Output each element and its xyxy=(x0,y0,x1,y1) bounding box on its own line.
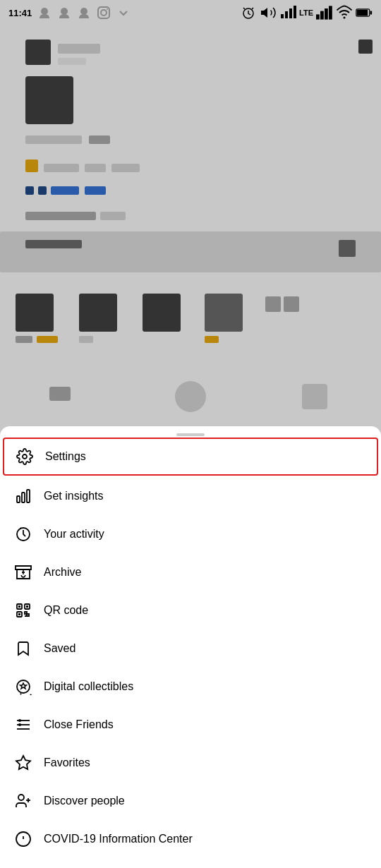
insights-icon xyxy=(14,487,32,505)
blur-block-27 xyxy=(16,336,32,343)
snapchat-icon-2 xyxy=(56,4,73,21)
activity-icon xyxy=(14,525,32,543)
blur-block-32 xyxy=(175,381,206,412)
menu-item-archive[interactable]: Archive xyxy=(0,553,381,591)
blur-block-19 xyxy=(25,240,82,248)
blur-block-30 xyxy=(205,336,219,343)
status-bar-right: LTE xyxy=(240,4,373,21)
blur-block-16 xyxy=(25,212,96,220)
svg-rect-22 xyxy=(27,490,30,502)
close-friends-icon xyxy=(14,716,32,734)
svg-marker-37 xyxy=(16,756,30,769)
svg-rect-18 xyxy=(370,11,373,14)
blur-block-23 xyxy=(143,294,181,332)
blur-block-29 xyxy=(79,336,93,343)
qr-code-label: QR code xyxy=(44,604,88,617)
blur-block-8 xyxy=(25,159,38,172)
chevron-down-icon xyxy=(115,4,132,21)
menu-item-qr-code[interactable]: QR code xyxy=(0,591,381,629)
blur-block-17 xyxy=(100,212,126,220)
menu-item-close-friends[interactable]: Close Friends xyxy=(0,706,381,744)
snapchat-icon-3 xyxy=(75,4,92,21)
qr-icon xyxy=(14,601,32,620)
svg-point-35 xyxy=(18,719,21,722)
svg-rect-9 xyxy=(289,8,292,18)
signal-icon xyxy=(316,4,333,21)
digital-collectibles-label: Digital collectibles xyxy=(44,680,133,693)
menu-item-get-insights[interactable]: Get insights xyxy=(0,477,381,515)
collectibles-icon xyxy=(14,677,32,696)
blur-block-7 xyxy=(89,135,110,144)
svg-point-5 xyxy=(107,8,108,10)
instagram-icon xyxy=(95,4,112,21)
blur-block-3 xyxy=(58,58,86,65)
svg-rect-21 xyxy=(22,493,25,502)
blur-block-24 xyxy=(205,294,243,332)
blur-block-26 xyxy=(284,296,299,312)
sheet-handle-area xyxy=(0,426,381,436)
menu-item-your-activity[interactable]: Your activity xyxy=(0,515,381,553)
svg-rect-8 xyxy=(285,11,288,18)
svg-rect-10 xyxy=(294,6,296,18)
sheet-handle xyxy=(176,433,205,436)
blur-block-21 xyxy=(16,294,54,332)
snapchat-icon-1 xyxy=(36,4,53,21)
blur-block-9 xyxy=(44,164,79,172)
svg-rect-17 xyxy=(357,10,368,16)
blur-block-22 xyxy=(79,294,117,332)
covid-info-label: COVID-19 Information Center xyxy=(44,833,193,845)
svg-point-0 xyxy=(41,8,48,15)
archive-icon xyxy=(14,563,32,581)
volume-icon xyxy=(260,4,277,21)
blur-block-2 xyxy=(58,44,100,54)
get-insights-label: Get insights xyxy=(44,490,103,502)
svg-point-38 xyxy=(18,795,24,800)
svg-rect-20 xyxy=(17,496,20,502)
your-activity-label: Your activity xyxy=(44,528,104,541)
menu-item-digital-collectibles[interactable]: Digital collectibles xyxy=(0,668,381,706)
status-time: 11:41 xyxy=(8,8,32,18)
blur-block-18 xyxy=(0,231,381,272)
svg-rect-28 xyxy=(18,605,20,608)
blur-block-11 xyxy=(111,164,140,172)
svg-point-2 xyxy=(80,8,87,15)
svg-rect-13 xyxy=(325,8,328,20)
alarm-icon xyxy=(240,4,257,21)
favorites-label: Favorites xyxy=(44,757,90,769)
blur-block-25 xyxy=(265,296,281,312)
status-icons-left xyxy=(36,4,132,21)
bottom-sheet: Settings Get insights Your xyxy=(0,426,381,865)
data-icon xyxy=(279,4,296,21)
menu-item-covid-info[interactable]: COVID-19 Information Center xyxy=(0,820,381,858)
blur-block-4 xyxy=(358,40,373,54)
menu-item-discover-people[interactable]: Discover people xyxy=(0,782,381,820)
svg-rect-30 xyxy=(18,613,20,615)
blur-block-28 xyxy=(37,336,58,343)
saved-icon xyxy=(14,639,32,658)
battery-icon xyxy=(356,4,373,21)
blur-block-20 xyxy=(339,240,356,257)
lte-label: LTE xyxy=(299,8,313,17)
wifi-icon xyxy=(336,4,353,21)
favorites-icon xyxy=(14,754,32,772)
background-feed: 11:41 LTE xyxy=(0,0,381,438)
blur-block-10 xyxy=(85,164,106,172)
svg-rect-12 xyxy=(320,11,324,20)
discover-icon xyxy=(14,792,32,810)
blur-block-14 xyxy=(51,186,79,195)
settings-icon xyxy=(16,447,34,466)
archive-label: Archive xyxy=(44,566,81,579)
menu-item-saved[interactable]: Saved xyxy=(0,629,381,668)
blur-block-33 xyxy=(302,384,327,409)
blur-block-6 xyxy=(25,135,82,144)
covid-icon xyxy=(14,830,32,848)
menu-item-settings[interactable]: Settings xyxy=(3,438,378,476)
menu-item-favorites[interactable]: Favorites xyxy=(0,744,381,782)
blur-block-12 xyxy=(25,186,34,195)
saved-label: Saved xyxy=(44,642,75,655)
svg-rect-7 xyxy=(281,14,284,18)
menu-list: Settings Get insights Your xyxy=(0,438,381,865)
status-bar-left: 11:41 xyxy=(8,4,132,21)
blur-block-5 xyxy=(25,76,73,124)
blur-block-31 xyxy=(49,387,71,401)
